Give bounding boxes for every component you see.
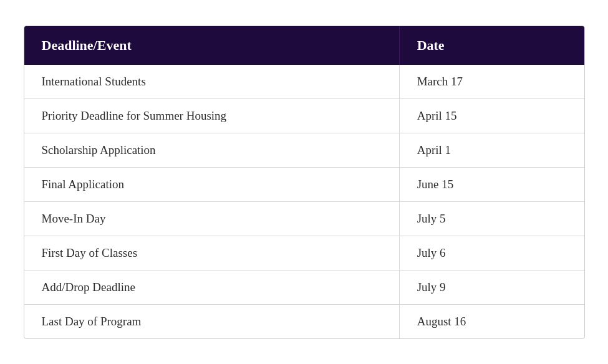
event-cell: Priority Deadline for Summer Housing: [24, 98, 400, 133]
table-row: International StudentsMarch 17: [24, 65, 584, 99]
table-row: Scholarship ApplicationApril 1: [24, 133, 584, 167]
table-row: Final ApplicationJune 15: [24, 167, 584, 201]
event-cell: First Day of Classes: [24, 236, 400, 270]
date-cell: April 15: [399, 98, 584, 133]
table-row: First Day of ClassesJuly 6: [24, 236, 584, 270]
date-cell: July 6: [399, 236, 584, 270]
event-cell: Scholarship Application: [24, 133, 400, 167]
header-event-col: Deadline/Event: [24, 26, 400, 65]
date-cell: July 5: [399, 201, 584, 236]
event-cell: Last Day of Program: [24, 304, 400, 338]
date-cell: April 1: [399, 133, 584, 167]
table-header-row: Deadline/Event Date: [24, 26, 584, 65]
event-cell: Add/Drop Deadline: [24, 270, 400, 304]
table-row: Add/Drop DeadlineJuly 9: [24, 270, 584, 304]
event-cell: International Students: [24, 65, 400, 99]
date-cell: March 17: [399, 65, 584, 99]
deadlines-table: Deadline/Event Date International Studen…: [24, 26, 584, 338]
date-cell: July 9: [399, 270, 584, 304]
event-cell: Move-In Day: [24, 201, 400, 236]
table-row: Move-In DayJuly 5: [24, 201, 584, 236]
header-date-col: Date: [399, 26, 584, 65]
date-cell: August 16: [399, 304, 584, 338]
deadlines-table-container: Deadline/Event Date International Studen…: [24, 26, 585, 339]
event-cell: Final Application: [24, 167, 400, 201]
date-cell: June 15: [399, 167, 584, 201]
table-row: Last Day of ProgramAugust 16: [24, 304, 584, 338]
table-row: Priority Deadline for Summer HousingApri…: [24, 98, 584, 133]
